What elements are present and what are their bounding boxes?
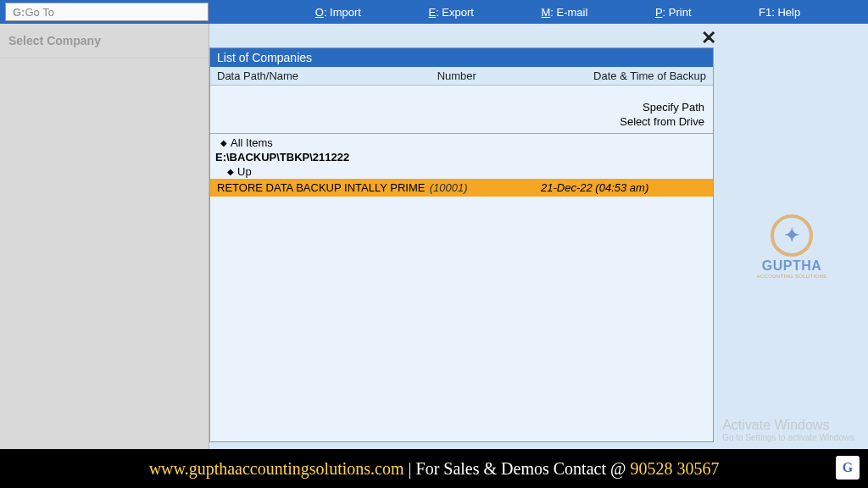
- up-row[interactable]: ◆Up: [210, 164, 713, 179]
- close-icon[interactable]: ✕: [701, 29, 716, 47]
- footer-website: www.gupthaaccountingsolutions.com: [149, 459, 404, 478]
- row-name: RETORE DATA BACKUP INTALLY PRIME: [217, 181, 430, 194]
- goto-label: Go To: [25, 6, 53, 19]
- menu-help[interactable]: F1: Help: [759, 6, 800, 19]
- goto-button[interactable]: G: Go To: [5, 3, 209, 21]
- menu-import[interactable]: O: Import: [315, 6, 361, 19]
- col-number: Number: [437, 69, 535, 82]
- brand-logo: ✦ GUPTHA ACCOUNTING SOLUTIONS: [741, 214, 843, 279]
- center-panel: ✕ List of Companies Data Path/Name Numbe…: [209, 24, 720, 449]
- row-date: 21-Dec-22 (04:53 am): [524, 181, 706, 194]
- main-area: Select Company ✕ List of Companies Data …: [0, 24, 868, 449]
- menu-export[interactable]: E: Export: [428, 6, 473, 19]
- diamond-icon: ◆: [227, 167, 234, 176]
- menu-items: O: Import E: Export M: E-mail P: Print F…: [214, 6, 868, 19]
- logo-subtext: ACCOUNTING SOLUTIONS: [741, 274, 843, 279]
- diamond-icon: ◆: [220, 138, 227, 147]
- menu-email[interactable]: M: E-mail: [541, 6, 587, 19]
- current-path: E:\BACKUP\TBKP\211222: [210, 150, 713, 164]
- logo-icon: ✦: [771, 214, 813, 257]
- items-area: ◆All Items E:\BACKUP\TBKP\211222 ◆Up RET…: [210, 134, 713, 198]
- left-panel: Select Company: [0, 24, 209, 449]
- all-items-row[interactable]: ◆All Items: [210, 136, 713, 150]
- col-date: Date & Time of Backup: [535, 69, 706, 82]
- company-row-selected[interactable]: RETORE DATA BACKUP INTALLY PRIME (10001)…: [210, 179, 713, 197]
- select-company-label: Select Company: [0, 24, 209, 58]
- logo-text: GUPTHA: [741, 258, 843, 274]
- activate-windows-watermark: Activate Windows Go to Settings to activ…: [722, 418, 856, 442]
- list-columns: Data Path/Name Number Date & Time of Bac…: [210, 67, 713, 86]
- company-list-dialog: List of Companies Data Path/Name Number …: [209, 47, 714, 442]
- menu-print[interactable]: P: Print: [655, 6, 692, 19]
- footer-msg: For Sales & Demos Contact @: [416, 459, 631, 478]
- right-panel: ✦ GUPTHA ACCOUNTING SOLUTIONS Activate W…: [720, 24, 868, 449]
- path-options: Specify Path Select from Drive: [210, 86, 713, 134]
- goto-key: G:: [13, 6, 25, 19]
- top-menu-bar: G: Go To O: Import E: Export M: E-mail P…: [0, 0, 868, 24]
- list-title: List of Companies: [210, 48, 713, 67]
- select-from-drive[interactable]: Select from Drive: [219, 115, 704, 130]
- col-name: Data Path/Name: [217, 69, 437, 82]
- footer-phone: 90528 30567: [630, 459, 719, 478]
- footer-bar: www.gupthaaccountingsolutions.com | For …: [0, 449, 868, 488]
- footer-logo-icon: G: [836, 456, 860, 480]
- specify-path[interactable]: Specify Path: [219, 101, 704, 115]
- row-number: (10001): [430, 181, 524, 194]
